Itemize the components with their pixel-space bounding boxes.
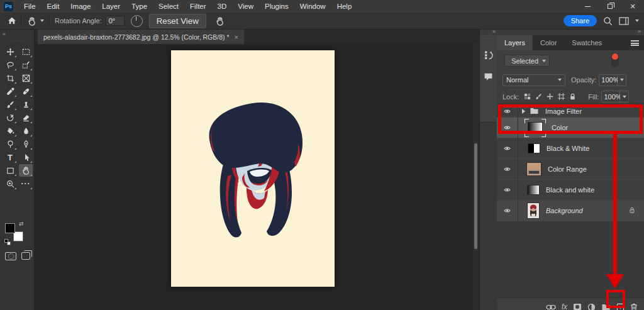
menu-help[interactable]: Help	[331, 0, 358, 13]
visibility-toggle[interactable]	[497, 118, 518, 138]
visibility-toggle[interactable]	[497, 105, 518, 117]
menu-type[interactable]: Type	[126, 0, 153, 13]
dock-collapse-button[interactable]: «	[492, 28, 495, 35]
layer-effects-button[interactable]: fx	[562, 302, 567, 310]
history-brush-tool[interactable]	[3, 111, 17, 124]
frame-tool[interactable]	[19, 72, 33, 84]
menu-plugins[interactable]: Plugins	[259, 0, 294, 13]
paint-bucket-tool[interactable]	[3, 125, 17, 137]
crop-tool[interactable]	[3, 72, 17, 84]
document-tab[interactable]: pexels-alasdair-braxton-2773682.jpg @ 12…	[38, 30, 244, 44]
group-expand-icon[interactable]	[522, 109, 525, 114]
eraser-tool[interactable]	[19, 111, 33, 124]
visibility-toggle[interactable]	[497, 180, 518, 200]
rotation-angle-input[interactable]: 0°	[106, 16, 125, 26]
canvas-artboard[interactable]	[171, 50, 335, 287]
toolbar-grip-handle[interactable]: ······	[0, 38, 35, 43]
dock-expand-button[interactable]: »	[638, 28, 640, 35]
link-layers-button[interactable]	[546, 304, 556, 310]
lock-artboard-button[interactable]	[558, 93, 565, 100]
photo-thumbnail[interactable]	[527, 202, 540, 219]
lock-position-button[interactable]	[547, 93, 553, 100]
layer-row-background[interactable]: Background	[497, 201, 644, 221]
delete-layer-button[interactable]	[630, 303, 638, 310]
filter-on-indicator[interactable]	[612, 53, 618, 60]
screen-mode-button[interactable]	[21, 252, 30, 260]
menu-window[interactable]: Window	[294, 0, 331, 13]
layer-row-image-filter[interactable]: Image Filter	[497, 105, 644, 118]
spot-healing-brush-tool[interactable]	[19, 85, 33, 97]
add-layer-mask-button[interactable]	[573, 303, 582, 310]
background-lock-icon[interactable]	[629, 207, 635, 215]
foreground-color-swatch[interactable]	[5, 223, 15, 233]
swap-colors-icon[interactable]: ⇄	[19, 221, 24, 227]
canvas-vertical-scrollbar[interactable]	[473, 44, 479, 310]
home-button[interactable]	[8, 16, 16, 25]
adjustment-layer-button[interactable]	[587, 303, 596, 310]
share-button[interactable]: Share	[564, 15, 597, 26]
tab-layers[interactable]: Layers	[497, 35, 533, 50]
object-selection-tool[interactable]	[19, 58, 33, 71]
tab-swatches[interactable]: Swatches	[564, 35, 609, 50]
tab-color[interactable]: Color	[533, 35, 564, 50]
clone-stamp-tool[interactable]	[19, 98, 33, 111]
layer-row-black-white[interactable]: Black & White	[497, 138, 644, 159]
visibility-toggle[interactable]	[497, 201, 518, 221]
tab-close-icon[interactable]: ×	[234, 33, 238, 41]
comments-panel-button[interactable]	[482, 70, 494, 82]
layer-thumbnail-selected[interactable]	[525, 119, 545, 136]
canvas-area[interactable]	[35, 44, 479, 310]
layer-row-black-and-white[interactable]: Black and white	[497, 180, 644, 201]
path-selection-tool[interactable]	[19, 151, 33, 163]
history-panel-button[interactable]	[482, 49, 494, 61]
type-tool[interactable]: T	[3, 151, 17, 163]
lock-transparency-button[interactable]	[524, 93, 531, 100]
lock-all-button[interactable]	[569, 93, 576, 101]
workspace-chevron-icon[interactable]	[635, 19, 639, 22]
restore-button[interactable]	[599, 0, 621, 13]
rotate-view-tool-preset[interactable]	[27, 16, 36, 26]
fill-select[interactable]: 100%	[601, 91, 629, 102]
toolbar-collapse-button[interactable]: «	[3, 31, 5, 37]
lasso-tool[interactable]	[3, 58, 17, 71]
eyedropper-tool[interactable]	[3, 85, 17, 97]
new-layer-button[interactable]	[616, 303, 625, 310]
dodge-tool[interactable]	[3, 138, 17, 150]
pen-tool[interactable]	[19, 138, 33, 150]
gradient-thumbnail[interactable]	[527, 185, 540, 195]
scrollbar-thumb[interactable]	[474, 143, 478, 250]
visibility-toggle[interactable]	[497, 159, 518, 179]
rotate-view-tool[interactable]	[19, 164, 33, 177]
layer-row-color-range[interactable]: Color Range	[497, 159, 644, 180]
rectangle-tool[interactable]	[3, 164, 17, 177]
strip-grip-handle[interactable]: ······	[480, 36, 497, 42]
new-group-button[interactable]	[601, 304, 611, 310]
menu-layer[interactable]: Layer	[96, 0, 126, 13]
rectangular-marquee-tool[interactable]	[19, 45, 33, 58]
rotate-all-windows-toggle[interactable]	[215, 16, 225, 26]
blend-mode-select[interactable]: Normal	[502, 74, 565, 86]
move-tool[interactable]	[3, 45, 17, 58]
menu-view[interactable]: View	[232, 0, 259, 13]
search-button[interactable]	[603, 16, 613, 26]
menu-filter[interactable]: Filter	[184, 0, 212, 13]
menu-3d[interactable]: 3D	[212, 0, 233, 13]
zoom-tool[interactable]	[3, 177, 17, 190]
menu-edit[interactable]: Edit	[42, 0, 65, 13]
layer-filter-dropdown[interactable]: Selected	[504, 55, 550, 67]
bw-thumbnail[interactable]	[528, 143, 540, 153]
blur-tool[interactable]	[19, 125, 33, 137]
lock-pixels-button[interactable]	[535, 93, 542, 100]
default-colors-icon[interactable]	[4, 239, 10, 245]
edit-toolbar-button[interactable]: ···	[19, 177, 33, 190]
quick-mask-button[interactable]	[5, 252, 16, 260]
color-range-thumbnail[interactable]	[526, 162, 541, 176]
workspace-switcher[interactable]	[619, 17, 629, 25]
rotation-dial[interactable]	[131, 15, 143, 27]
menu-image[interactable]: Image	[65, 0, 96, 13]
menu-file[interactable]: File	[18, 0, 42, 13]
layer-row-color[interactable]: Color	[497, 118, 644, 138]
opacity-select[interactable]: 100%	[599, 74, 626, 86]
brush-tool[interactable]	[3, 98, 17, 111]
reset-view-button[interactable]: Reset View	[149, 14, 206, 28]
